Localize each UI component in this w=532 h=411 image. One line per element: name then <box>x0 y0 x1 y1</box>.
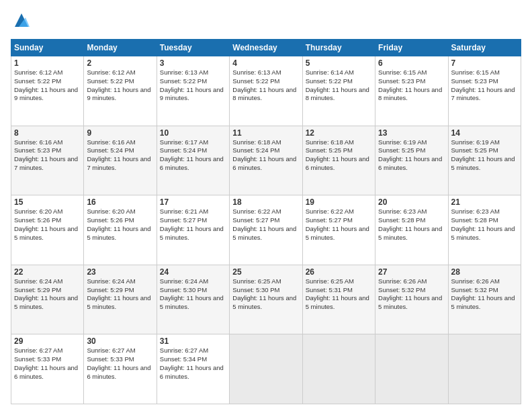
day-info: Sunrise: 6:23 AMSunset: 5:28 PMDaylight:… <box>378 208 445 242</box>
day-info: Sunrise: 6:13 AMSunset: 5:22 PMDaylight:… <box>232 68 299 103</box>
calendar-body: 1Sunrise: 6:12 AMSunset: 5:22 PMDaylight… <box>11 56 521 404</box>
day-number: 2 <box>87 58 153 68</box>
day-info: Sunrise: 6:24 AMSunset: 5:29 PMDaylight:… <box>14 277 81 312</box>
day-number: 7 <box>451 58 518 68</box>
weekday-header-saturday: Saturday <box>448 40 521 56</box>
day-info: Sunrise: 6:27 AMSunset: 5:34 PMDaylight:… <box>160 347 226 381</box>
calendar-cell: 7Sunrise: 6:15 AMSunset: 5:23 PMDaylight… <box>448 56 521 126</box>
day-info: Sunrise: 6:25 AMSunset: 5:31 PMDaylight:… <box>306 277 372 312</box>
calendar-cell: 29Sunrise: 6:27 AMSunset: 5:33 PMDayligh… <box>11 334 84 404</box>
day-number: 9 <box>87 128 153 138</box>
day-info: Sunrise: 6:27 AMSunset: 5:33 PMDaylight:… <box>14 347 81 381</box>
day-number: 23 <box>87 267 153 277</box>
weekday-header-sunday: Sunday <box>11 40 84 56</box>
day-number: 28 <box>451 267 518 277</box>
calendar-cell: 18Sunrise: 6:22 AMSunset: 5:27 PMDayligh… <box>230 195 302 265</box>
day-info: Sunrise: 6:16 AMSunset: 5:23 PMDaylight:… <box>14 138 81 173</box>
calendar-cell: 23Sunrise: 6:24 AMSunset: 5:29 PMDayligh… <box>84 265 157 334</box>
calendar-week-1: 1Sunrise: 6:12 AMSunset: 5:22 PMDaylight… <box>11 56 521 126</box>
day-info: Sunrise: 6:26 AMSunset: 5:32 PMDaylight:… <box>378 277 445 312</box>
calendar-cell: 19Sunrise: 6:22 AMSunset: 5:27 PMDayligh… <box>302 195 375 265</box>
day-info: Sunrise: 6:24 AMSunset: 5:30 PMDaylight:… <box>160 277 226 312</box>
calendar-cell: 30Sunrise: 6:27 AMSunset: 5:33 PMDayligh… <box>84 334 157 404</box>
day-info: Sunrise: 6:26 AMSunset: 5:32 PMDaylight:… <box>451 277 518 312</box>
calendar-cell: 24Sunrise: 6:24 AMSunset: 5:30 PMDayligh… <box>157 265 229 334</box>
day-info: Sunrise: 6:15 AMSunset: 5:23 PMDaylight:… <box>451 68 518 103</box>
day-info: Sunrise: 6:23 AMSunset: 5:28 PMDaylight:… <box>451 208 518 242</box>
day-info: Sunrise: 6:19 AMSunset: 5:25 PMDaylight:… <box>378 138 445 173</box>
calendar-cell: 12Sunrise: 6:18 AMSunset: 5:25 PMDayligh… <box>302 126 375 195</box>
calendar-cell: 16Sunrise: 6:20 AMSunset: 5:26 PMDayligh… <box>84 195 157 265</box>
weekday-header-tuesday: Tuesday <box>157 40 229 56</box>
day-number: 29 <box>14 336 81 346</box>
calendar-cell: 26Sunrise: 6:25 AMSunset: 5:31 PMDayligh… <box>302 265 375 334</box>
calendar-week-2: 8Sunrise: 6:16 AMSunset: 5:23 PMDaylight… <box>11 126 521 195</box>
day-info: Sunrise: 6:12 AMSunset: 5:22 PMDaylight:… <box>14 68 81 103</box>
day-info: Sunrise: 6:19 AMSunset: 5:25 PMDaylight:… <box>451 138 518 173</box>
calendar-cell: 3Sunrise: 6:13 AMSunset: 5:22 PMDaylight… <box>157 56 229 126</box>
calendar-cell: 4Sunrise: 6:13 AMSunset: 5:22 PMDaylight… <box>230 56 302 126</box>
day-number: 27 <box>378 267 445 277</box>
weekday-header-row: SundayMondayTuesdayWednesdayThursdayFrid… <box>11 40 521 56</box>
calendar-cell <box>230 334 302 404</box>
day-number: 13 <box>378 128 445 138</box>
day-info: Sunrise: 6:22 AMSunset: 5:27 PMDaylight:… <box>306 208 372 242</box>
header <box>11 11 521 32</box>
calendar-cell <box>448 334 521 404</box>
day-info: Sunrise: 6:14 AMSunset: 5:22 PMDaylight:… <box>306 68 372 103</box>
day-info: Sunrise: 6:22 AMSunset: 5:27 PMDaylight:… <box>232 208 299 242</box>
day-number: 10 <box>160 128 226 138</box>
day-number: 22 <box>14 267 81 277</box>
day-info: Sunrise: 6:21 AMSunset: 5:27 PMDaylight:… <box>160 208 226 242</box>
calendar-cell: 25Sunrise: 6:25 AMSunset: 5:30 PMDayligh… <box>230 265 302 334</box>
day-number: 4 <box>232 58 299 68</box>
day-number: 11 <box>232 128 299 138</box>
day-number: 26 <box>306 267 372 277</box>
day-number: 14 <box>451 128 518 138</box>
calendar-cell: 21Sunrise: 6:23 AMSunset: 5:28 PMDayligh… <box>448 195 521 265</box>
calendar-week-4: 22Sunrise: 6:24 AMSunset: 5:29 PMDayligh… <box>11 265 521 334</box>
day-number: 6 <box>378 58 445 68</box>
day-number: 20 <box>378 197 445 207</box>
day-number: 12 <box>306 128 372 138</box>
day-number: 25 <box>232 267 299 277</box>
day-number: 1 <box>14 58 81 68</box>
calendar-week-3: 15Sunrise: 6:20 AMSunset: 5:26 PMDayligh… <box>11 195 521 265</box>
calendar-table: SundayMondayTuesdayWednesdayThursdayFrid… <box>11 39 521 404</box>
day-number: 19 <box>306 197 372 207</box>
calendar-cell: 6Sunrise: 6:15 AMSunset: 5:23 PMDaylight… <box>375 56 448 126</box>
day-info: Sunrise: 6:15 AMSunset: 5:23 PMDaylight:… <box>378 68 445 103</box>
day-info: Sunrise: 6:18 AMSunset: 5:25 PMDaylight:… <box>306 138 372 173</box>
calendar-cell <box>302 334 375 404</box>
day-number: 5 <box>306 58 372 68</box>
calendar-cell: 13Sunrise: 6:19 AMSunset: 5:25 PMDayligh… <box>375 126 448 195</box>
day-number: 15 <box>14 197 81 207</box>
calendar-cell: 20Sunrise: 6:23 AMSunset: 5:28 PMDayligh… <box>375 195 448 265</box>
day-number: 3 <box>160 58 226 68</box>
day-info: Sunrise: 6:24 AMSunset: 5:29 PMDaylight:… <box>87 277 153 312</box>
calendar-cell: 11Sunrise: 6:18 AMSunset: 5:24 PMDayligh… <box>230 126 302 195</box>
day-number: 24 <box>160 267 226 277</box>
logo <box>11 11 31 32</box>
calendar-week-5: 29Sunrise: 6:27 AMSunset: 5:33 PMDayligh… <box>11 334 521 404</box>
day-info: Sunrise: 6:18 AMSunset: 5:24 PMDaylight:… <box>232 138 299 173</box>
day-info: Sunrise: 6:13 AMSunset: 5:22 PMDaylight:… <box>160 68 226 103</box>
calendar-cell: 27Sunrise: 6:26 AMSunset: 5:32 PMDayligh… <box>375 265 448 334</box>
weekday-header-wednesday: Wednesday <box>230 40 302 56</box>
calendar-cell: 2Sunrise: 6:12 AMSunset: 5:22 PMDaylight… <box>84 56 157 126</box>
calendar-cell: 10Sunrise: 6:17 AMSunset: 5:24 PMDayligh… <box>157 126 229 195</box>
calendar-cell: 22Sunrise: 6:24 AMSunset: 5:29 PMDayligh… <box>11 265 84 334</box>
day-number: 18 <box>232 197 299 207</box>
weekday-header-monday: Monday <box>84 40 157 56</box>
calendar-cell: 31Sunrise: 6:27 AMSunset: 5:34 PMDayligh… <box>157 334 229 404</box>
calendar-cell: 8Sunrise: 6:16 AMSunset: 5:23 PMDaylight… <box>11 126 84 195</box>
logo-icon <box>12 11 31 30</box>
calendar-cell: 17Sunrise: 6:21 AMSunset: 5:27 PMDayligh… <box>157 195 229 265</box>
day-info: Sunrise: 6:20 AMSunset: 5:26 PMDaylight:… <box>14 208 81 242</box>
day-info: Sunrise: 6:25 AMSunset: 5:30 PMDaylight:… <box>232 277 299 312</box>
day-number: 30 <box>87 336 153 346</box>
day-info: Sunrise: 6:16 AMSunset: 5:24 PMDaylight:… <box>87 138 153 173</box>
calendar-cell: 14Sunrise: 6:19 AMSunset: 5:25 PMDayligh… <box>448 126 521 195</box>
day-info: Sunrise: 6:17 AMSunset: 5:24 PMDaylight:… <box>160 138 226 173</box>
day-number: 17 <box>160 197 226 207</box>
